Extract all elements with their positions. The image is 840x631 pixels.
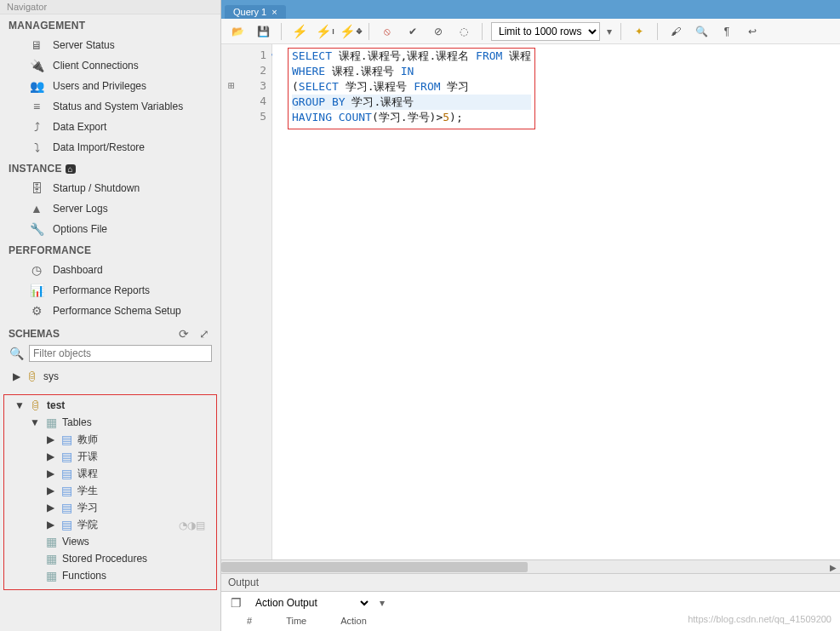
nav-startup-shutdown[interactable]: 🗄Startup / Shutdown [7,178,220,198]
execute-current-button[interactable]: ⚡I [316,22,334,41]
schema-test[interactable]: ▼ 🛢 test [11,397,209,414]
connections-icon: 🔌 [29,58,44,73]
dropdown-arrow-icon: ▾ [607,26,612,37]
filter-objects-input[interactable] [29,345,212,362]
expander-icon[interactable]: ▶ [45,502,55,513]
refresh-icon[interactable]: ⟳ [176,326,191,341]
table-icon: ▤ [59,483,74,498]
table-item[interactable]: ▶▤学习 [42,499,209,516]
editor-tab-bar: Query 1 × [221,0,840,19]
tree-label: Stored Procedures [62,553,147,565]
editor-horizontal-scrollbar[interactable]: ◀ ▶ [221,559,840,573]
query-tab[interactable]: Query 1 × [225,5,286,19]
expander-icon[interactable]: ▼ [14,399,25,411]
nav-data-export[interactable]: ⤴Data Export [7,117,220,137]
tab-label: Query 1 [233,7,266,17]
database-icon: 🛢 [28,398,43,413]
autocommit-button[interactable]: ◌ [454,22,473,41]
nav-users-privileges[interactable]: 👥Users and Privileges [7,76,220,96]
procedures-folder[interactable]: ▦Stored Procedures [26,550,209,567]
nav-label: Server Logs [53,203,108,215]
expander-icon[interactable]: ▶ [45,450,55,462]
nav-status-variables[interactable]: ≡Status and System Variables [7,96,220,117]
import-icon: ⤵ [29,140,44,155]
row-limit-select[interactable]: Limit to 1000 rows [491,22,600,41]
functions-icon: ▦ [43,568,59,583]
nav-dashboard[interactable]: ◷Dashboard [7,260,220,280]
table-item[interactable]: ▶▤课程 [42,465,209,482]
instance-icon: ⌂ [66,164,76,174]
output-mode-icon[interactable]: ❐ [228,595,243,611]
nav-label: Performance Schema Setup [53,305,181,317]
output-panel-title: Output [221,574,840,592]
tree-label: 教师 [77,433,98,447]
scroll-right-icon[interactable]: ▶ [826,560,840,574]
line-number-gutter: 1 2 3 4 5 [221,44,272,559]
table-icon: ▤ [59,517,74,532]
nav-server-logs[interactable]: ▲Server Logs [7,198,220,219]
navigator-panel-title: Navigator [0,0,220,14]
nav-label: Client Connections [53,60,139,72]
explain-button[interactable]: ⚡❖ [341,22,360,41]
search-icon: 🔍 [9,346,24,361]
wrench-icon: 🔧 [29,221,44,237]
table-item[interactable]: ▶▤学生 [42,482,209,499]
action-output-select[interactable]: Action Output [252,596,371,610]
expander-icon[interactable]: ▶ [45,468,55,479]
nav-label: Users and Privileges [53,80,146,92]
open-file-button[interactable]: 📂 [228,22,247,41]
nav-label: Startup / Shutdown [53,182,140,194]
commit-button[interactable]: ✔ [403,22,422,41]
table-item[interactable]: ▶▤教师 [42,431,209,448]
save-file-button[interactable]: 💾 [254,22,272,41]
database-icon: 🛢 [25,369,40,384]
col-time: Time [286,616,306,626]
nav-label: Server Status [53,39,115,51]
stop-button[interactable]: ⦸ [378,22,397,41]
execute-button[interactable]: ⚡ [290,22,309,41]
expander-icon[interactable]: ▼ [30,416,40,428]
management-header: MANAGEMENT [0,14,220,35]
procedures-icon: ▦ [43,551,59,566]
wrap-button[interactable]: ↩ [743,22,762,41]
nav-client-connections[interactable]: 🔌Client Connections [7,55,220,76]
object-info-icons[interactable]: ◔◑▤ [179,519,205,531]
schemas-header: SCHEMAS [9,328,60,340]
reports-icon: 📊 [29,283,44,298]
separator [482,23,483,40]
nav-label: Performance Reports [53,284,150,296]
views-folder[interactable]: ▦Views [26,533,209,550]
expander-icon[interactable]: ▶ [45,485,55,496]
nav-label: Data Import/Restore [53,141,145,153]
rollback-button[interactable]: ⊘ [429,22,448,41]
expander-icon[interactable]: ▶ [45,519,55,531]
server-icon: 🖥 [29,37,44,53]
scrollbar-thumb[interactable] [221,562,528,572]
tree-label: Tables [62,416,92,428]
watermark: https://blog.csdn.net/qq_41509200 [688,614,831,624]
tables-folder[interactable]: ▼ ▦ Tables [26,414,209,431]
find-button[interactable]: 🔍 [692,22,711,41]
toggle-invisible-button[interactable]: ¶ [717,22,736,41]
separator [281,23,282,40]
logs-icon: ▲ [29,201,44,216]
close-icon[interactable]: × [271,7,277,17]
nav-options-file[interactable]: 🔧Options File [7,219,220,239]
expand-icon[interactable]: ⤢ [197,326,212,341]
tree-label: 开课 [77,450,98,464]
tree-label: test [47,399,65,411]
nav-data-import[interactable]: ⤵Data Import/Restore [7,137,220,158]
nav-perf-reports[interactable]: 📊Performance Reports [7,280,220,301]
table-icon: ▤ [59,500,74,515]
brush-button[interactable]: 🖌 [666,22,685,41]
schema-test-highlight: ▼ 🛢 test ▼ ▦ Tables ▶▤教师 ▶▤开课 ▶▤课程 ▶▤学生 … [3,394,217,590]
sql-editor[interactable]: SELECT 课程.课程号,课程.课程名 FROM 课程 WHERE 课程.课程… [272,44,840,559]
expander-icon[interactable]: ▶ [45,433,55,445]
beautify-button[interactable]: ✦ [630,22,649,41]
functions-folder[interactable]: ▦Functions [26,567,209,584]
table-item[interactable]: ▶▤开课 [42,448,209,465]
nav-server-status[interactable]: 🖥Server Status [7,35,220,55]
nav-perf-schema-setup[interactable]: ⚙Performance Schema Setup [7,301,220,321]
expander-icon[interactable]: ▶ [11,370,21,382]
schema-sys[interactable]: ▶ 🛢 sys [8,368,213,385]
